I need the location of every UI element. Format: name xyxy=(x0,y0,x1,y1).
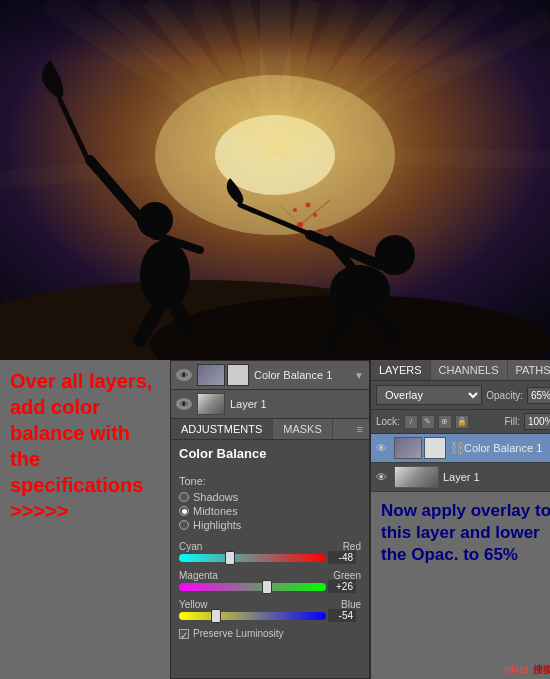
svg-point-37 xyxy=(293,208,297,212)
layer1-preview xyxy=(394,466,439,488)
second-layer-row: 👁 Layer 1 xyxy=(171,390,369,419)
color-balance-layer-item[interactable]: 👁 ⛓ Color Balance 1 xyxy=(371,434,550,463)
preserve-luminosity-checkbox[interactable]: ✓ xyxy=(179,629,189,639)
ps-ui-area: Over all layers, add color balance with … xyxy=(0,360,550,679)
magenta-green-slider-row: Magenta Green +26 xyxy=(179,570,361,591)
blend-mode-row: Overlay Normal Multiply Screen Opacity: … xyxy=(371,381,550,410)
preserve-luminosity-label: Preserve Luminosity xyxy=(193,628,284,639)
adjustments-tab[interactable]: ADJUSTMENTS xyxy=(171,419,273,439)
cb-layer-name: Color Balance 1 xyxy=(464,442,542,454)
adj-panel-title: Color Balance xyxy=(171,440,369,467)
cyan-red-track[interactable] xyxy=(179,554,326,562)
layer1-thumb xyxy=(197,393,225,415)
paths-tab[interactable]: PATHS xyxy=(508,360,551,380)
channels-tab[interactable]: CHANNELS xyxy=(431,360,508,380)
tone-label: Tone: xyxy=(179,475,361,487)
midtones-radio[interactable] xyxy=(179,506,189,516)
midtones-option[interactable]: Midtones xyxy=(179,505,361,517)
adj-panel-menu[interactable]: ≡ xyxy=(351,419,369,439)
adj-tab-bar: ADJUSTMENTS MASKS ≡ xyxy=(171,419,369,440)
layer-visibility-eye[interactable]: 👁 xyxy=(176,369,192,381)
tone-options: Shadows Midtones Highlights xyxy=(179,491,361,531)
svg-rect-40 xyxy=(0,0,550,60)
yellow-blue-track[interactable] xyxy=(179,612,326,620)
magenta-green-track[interactable] xyxy=(179,583,326,591)
lock-row: Lock: / ✎ ⊕ 🔒 Fill: ▶ xyxy=(371,410,550,434)
yellow-blue-thumb[interactable] xyxy=(211,609,221,623)
magenta-green-value: +26 xyxy=(328,580,356,593)
magenta-label: Magenta xyxy=(179,570,218,581)
main-image xyxy=(0,0,550,360)
opacity-input[interactable] xyxy=(527,387,550,404)
cb-layer-adjustment-thumb xyxy=(394,437,422,459)
adjustment-layer-name: Color Balance 1 xyxy=(254,369,349,381)
lock-label: Lock: xyxy=(376,416,400,427)
expand-arrow[interactable]: ▼ xyxy=(354,370,364,381)
layers-tab-bar: LAYERS CHANNELS PATHS ≡ xyxy=(371,360,550,381)
logo-company: 搜狐动力 xyxy=(533,664,550,675)
highlights-label: Highlights xyxy=(193,519,241,531)
svg-point-36 xyxy=(319,229,322,232)
cyan-red-thumb[interactable] xyxy=(225,551,235,565)
shadows-label: Shadows xyxy=(193,491,238,503)
enet-logo-text: eNet xyxy=(505,663,529,675)
layer1-item[interactable]: 👁 Layer 1 xyxy=(371,463,550,492)
svg-line-16 xyxy=(275,155,550,160)
layer1-eye[interactable]: 👁 xyxy=(376,471,390,483)
masks-tab[interactable]: MASKS xyxy=(273,419,333,439)
fill-input[interactable] xyxy=(524,413,550,430)
fill-label: Fill: xyxy=(504,416,520,427)
lock-transparent-btn[interactable]: / xyxy=(404,415,418,429)
preserve-luminosity-row[interactable]: ✓ Preserve Luminosity xyxy=(179,628,361,639)
cb-layer-mask-thumb xyxy=(424,437,446,459)
svg-point-19 xyxy=(140,240,190,310)
adjustments-panel: 👁 Color Balance 1 ▼ 👁 Layer 1 ADJUSTMENT… xyxy=(170,360,370,679)
layers-tab[interactable]: LAYERS xyxy=(371,360,431,380)
cyan-red-value: -48 xyxy=(328,551,356,564)
adjustment-layer-thumb xyxy=(197,364,225,386)
svg-point-35 xyxy=(306,203,311,208)
highlights-option[interactable]: Highlights xyxy=(179,519,361,531)
lock-icons-group: / ✎ ⊕ 🔒 xyxy=(404,415,469,429)
left-annotation-text: Over all layers, add color balance with … xyxy=(10,368,160,524)
layer1-visibility-eye[interactable]: 👁 xyxy=(176,398,192,410)
chain-icon: ⛓ xyxy=(450,440,460,456)
layers-panel: LAYERS CHANNELS PATHS ≡ Overlay Normal M… xyxy=(370,360,550,679)
midtones-label: Midtones xyxy=(193,505,238,517)
yellow-blue-slider-row: Yellow Blue -54 xyxy=(179,599,361,620)
right-annotation-text: Now apply overlay to this layer and lowe… xyxy=(381,500,550,566)
cb-layer-eye[interactable]: 👁 xyxy=(376,442,390,454)
layer1-name-item: Layer 1 xyxy=(443,471,480,483)
logo-area: eNet 搜狐动力 xyxy=(371,657,550,679)
left-annotation: Over all layers, add color balance with … xyxy=(0,360,170,679)
panels-row: Over all layers, add color balance with … xyxy=(0,360,550,679)
lock-pixels-btn[interactable]: ✎ xyxy=(421,415,435,429)
opacity-label: Opacity: xyxy=(486,390,523,401)
lock-all-btn[interactable]: 🔒 xyxy=(455,415,469,429)
yellow-blue-value: -54 xyxy=(328,609,356,622)
shadows-radio[interactable] xyxy=(179,492,189,502)
lock-position-btn[interactable]: ⊕ xyxy=(438,415,452,429)
cyan-red-slider-row: Cyan Red -48 xyxy=(179,541,361,562)
layer1-name: Layer 1 xyxy=(230,398,364,410)
magenta-green-thumb[interactable] xyxy=(262,580,272,594)
cyan-label: Cyan xyxy=(179,541,202,552)
layer-mask-thumb xyxy=(227,364,249,386)
color-balance-content: Tone: Shadows Midtones Highlights xyxy=(171,467,369,678)
yellow-label: Yellow xyxy=(179,599,208,610)
blend-mode-select[interactable]: Overlay Normal Multiply Screen xyxy=(376,385,482,405)
highlights-radio[interactable] xyxy=(179,520,189,530)
layer-preview-row: 👁 Color Balance 1 ▼ xyxy=(171,361,369,390)
right-annotation: Now apply overlay to this layer and lowe… xyxy=(371,492,550,657)
shadows-option[interactable]: Shadows xyxy=(179,491,361,503)
